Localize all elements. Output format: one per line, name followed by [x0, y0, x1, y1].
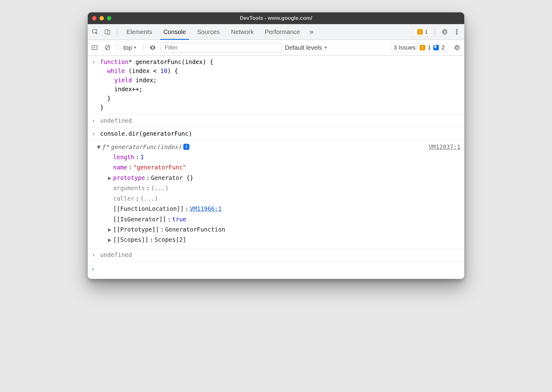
disclosure-triangle-icon[interactable]: ▶: [108, 225, 112, 234]
window-title: DevTools - www.google.com/: [88, 15, 464, 21]
console-code[interactable]: console.dir(generatorFunc): [100, 129, 461, 138]
console-input-row: › console.dir(generatorFunc): [88, 127, 464, 140]
console-toolbar: top ▼ Default levels ▼ 3 Issues: ! 1 ▘ 2: [88, 40, 464, 56]
console-result-row: ‹ undefined: [88, 249, 464, 262]
toggle-sidebar-icon[interactable]: [90, 43, 100, 53]
source-link[interactable]: VM12037:1: [429, 143, 461, 151]
function-signature: generatorFunc(index): [111, 143, 181, 151]
console-body: › function* generatorFunc(index) { while…: [88, 56, 464, 279]
property-name: name: [113, 163, 127, 172]
property-name: [[Prototype]]: [113, 225, 159, 234]
overflow-menu-icon[interactable]: [451, 26, 462, 37]
property-value: GeneratorFunction: [165, 225, 225, 234]
context-label: top: [123, 44, 132, 51]
live-expression-eye-icon[interactable]: [148, 43, 158, 53]
console-dir-output: ▼ ƒ* generatorFunc(index) i VM12037:1 le…: [88, 141, 464, 249]
separator: [435, 28, 435, 36]
clear-console-icon[interactable]: [103, 43, 113, 53]
property-name: [[IsGenerator]]: [113, 215, 166, 224]
property-value[interactable]: VM11966:1: [190, 204, 222, 213]
property-row: length: 1: [108, 152, 461, 162]
prompt-chevron-icon: ›: [91, 265, 94, 274]
minimize-window-button[interactable]: [100, 16, 104, 20]
tab-console[interactable]: Console: [158, 24, 191, 40]
separator: :: [129, 163, 132, 172]
property-row: [[IsGenerator]]: true: [108, 214, 461, 224]
issues-indicator[interactable]: 3 Issues: ! 1 ▘ 2: [390, 43, 448, 52]
disclosure-triangle-icon[interactable]: ▼: [96, 143, 100, 151]
separator: :: [150, 235, 153, 244]
close-window-button[interactable]: [92, 16, 96, 20]
property-value: (...): [151, 184, 168, 193]
svg-rect-2: [108, 31, 110, 34]
tab-performance[interactable]: Performance: [259, 24, 306, 40]
property-name: [[FunctionLocation]]: [113, 204, 184, 213]
window-titlebar: DevTools - www.google.com/: [88, 12, 464, 24]
separator: :: [168, 215, 171, 224]
property-name: [[Scopes]]: [113, 235, 148, 244]
output-chevron-icon: ‹: [91, 116, 96, 125]
traffic-lights: [92, 16, 111, 20]
svg-line-8: [106, 46, 109, 49]
console-result-row: ‹ undefined: [88, 114, 464, 127]
property-row: caller: (...): [108, 194, 461, 204]
property-value: Generator {}: [151, 173, 193, 182]
console-prompt[interactable]: ›: [88, 262, 464, 279]
dir-header[interactable]: ▼ ƒ* generatorFunc(index) i VM12037:1: [96, 143, 461, 151]
more-tabs-button[interactable]: »: [307, 28, 316, 36]
warning-icon: !: [417, 29, 423, 35]
separator: :: [146, 173, 150, 182]
warnings-indicator[interactable]: ! 1: [414, 28, 431, 36]
property-row[interactable]: ▶[[Prototype]]: GeneratorFunction: [108, 224, 461, 235]
tab-list: Elements Console Sources Network Perform…: [121, 24, 306, 40]
log-levels-label: Default levels: [285, 44, 322, 51]
svg-point-3: [456, 29, 457, 31]
filter-text-field[interactable]: [164, 44, 278, 51]
issues-label: 3 Issues:: [394, 44, 417, 51]
context-selector[interactable]: top ▼: [121, 44, 139, 51]
svg-point-5: [456, 33, 457, 35]
property-row: name: "generatorFunc": [108, 162, 461, 173]
disclosure-triangle-icon[interactable]: ▶: [108, 173, 112, 182]
tab-sources[interactable]: Sources: [192, 24, 225, 40]
settings-gear-icon[interactable]: [439, 26, 450, 37]
property-name: prototype: [113, 173, 145, 182]
log-levels-selector[interactable]: Default levels ▼: [285, 44, 328, 51]
result-value: undefined: [100, 250, 461, 259]
inspect-element-icon[interactable]: [90, 26, 101, 37]
panel-tabs: Elements Console Sources Network Perform…: [88, 24, 464, 40]
separator: :: [185, 204, 189, 213]
maximize-window-button[interactable]: [107, 16, 111, 20]
property-name: caller: [113, 194, 134, 203]
console-input-row: › function* generatorFunc(index) { while…: [88, 56, 464, 114]
svg-rect-0: [93, 30, 97, 33]
filter-input[interactable]: [161, 43, 282, 53]
tab-elements[interactable]: Elements: [121, 24, 158, 40]
disclosure-triangle-icon[interactable]: ▶: [108, 235, 112, 244]
property-row[interactable]: ▶[[Scopes]]: Scopes[2]: [108, 235, 461, 245]
svg-point-9: [152, 47, 153, 48]
chevron-down-icon: ▼: [324, 45, 328, 50]
console-settings-gear-icon[interactable]: [451, 42, 462, 53]
warnings-count: 1: [425, 29, 428, 35]
separator: :: [136, 194, 139, 203]
property-name: arguments: [113, 184, 145, 193]
issues-info-count: 2: [441, 44, 445, 51]
result-value: undefined: [100, 116, 461, 125]
property-row[interactable]: ▶prototype: Generator {}: [108, 173, 461, 183]
info-badge-icon[interactable]: i: [183, 144, 189, 150]
property-value: Scopes[2]: [155, 235, 186, 244]
property-value: "generatorFunc": [133, 163, 186, 172]
property-row: arguments: (...): [108, 183, 461, 193]
console-code[interactable]: function* generatorFunc(index) { while (…: [100, 58, 461, 112]
svg-point-4: [456, 31, 457, 32]
property-value: true: [172, 215, 186, 224]
toggle-device-toolbar-icon[interactable]: [102, 26, 113, 37]
input-chevron-icon: ›: [91, 129, 96, 138]
devtools-window: DevTools - www.google.com/ Elements Cons…: [88, 12, 464, 279]
separator: [143, 43, 143, 52]
separator: :: [136, 153, 139, 162]
separator: :: [160, 225, 164, 234]
property-value: (...): [140, 194, 158, 203]
tab-network[interactable]: Network: [225, 24, 259, 40]
